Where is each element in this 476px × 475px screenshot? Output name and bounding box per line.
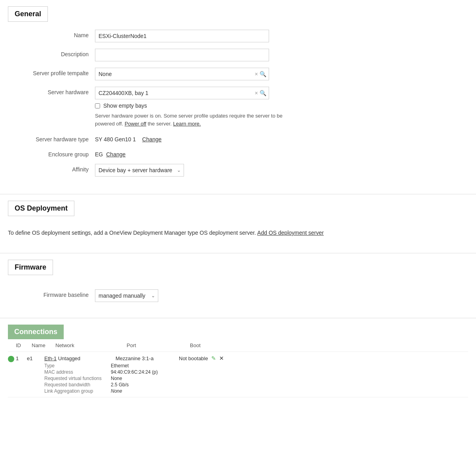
name-col-header: Name (32, 342, 55, 348)
server-hardware-type-content: SY 480 Gen10 1 Change (95, 134, 468, 142)
affinity-select[interactable]: Device bay + server hardware Device bay (95, 164, 184, 177)
affinity-content: Device bay + server hardware Device bay (95, 164, 468, 177)
name-input[interactable] (95, 30, 269, 42)
conn-network-link[interactable]: Eth-1 (44, 355, 57, 361)
server-hardware-search-icon[interactable]: 🔍 (260, 90, 266, 96)
server-hardware-type-change-link[interactable]: Change (142, 136, 161, 142)
description-content (95, 49, 468, 61)
add-os-deployment-link[interactable]: Add OS deployment server (257, 230, 324, 236)
firmware-baseline-content: managed manually firmware baseline 1 (95, 289, 468, 302)
connections-header: Connections (8, 325, 64, 339)
vf-label: Requested virtual functions (44, 376, 108, 381)
server-profile-template-clear-icon[interactable]: × (255, 71, 258, 77)
server-profile-template-label: Server profile tempalte (8, 68, 95, 76)
status-col-header (8, 342, 16, 348)
conn-network-tag-value: Untagged (58, 355, 80, 361)
server-profile-template-search-icon[interactable]: 🔍 (260, 71, 266, 77)
table-row: 1 e1 Eth-1 Untagged Mezzanine 3:1-a Not … (8, 352, 468, 397)
learn-more-link[interactable]: Learn more. (173, 121, 201, 127)
server-hardware-type-value-row: SY 480 Gen10 1 Change (95, 134, 468, 142)
os-deployment-text: To define OS deployment settings, add a … (0, 229, 476, 243)
os-deployment-section: OS Deployment To define OS deployment se… (0, 194, 476, 253)
server-hardware-field[interactable]: × 🔍 (95, 87, 269, 99)
server-hardware-row: Server hardware × 🔍 Show empty bays Serv… (0, 87, 476, 127)
connections-table: ID Name Network Port Boot 1 e1 Eth-1 Unt… (0, 339, 476, 397)
server-hardware-type-label: Server hardware type (8, 134, 95, 142)
connections-header-wrapper: Connections (0, 318, 476, 339)
server-hardware-type-row: Server hardware type SY 480 Gen10 1 Chan… (0, 134, 476, 142)
server-hardware-content: × 🔍 Show empty bays Server hardware powe… (95, 87, 468, 127)
server-profile-template-content: × 🔍 (95, 68, 468, 80)
conn-boot: Not bootable ✎ ✕ (179, 355, 224, 361)
show-empty-bays-label: Show empty bays (103, 103, 147, 109)
firmware-baseline-select-wrapper: managed manually firmware baseline 1 (95, 289, 158, 302)
enclosure-group-label: Enclosure group (8, 149, 95, 158)
firmware-header: Firmware (8, 260, 53, 275)
firmware-baseline-select[interactable]: managed manually firmware baseline 1 (95, 289, 158, 302)
general-title: General (15, 10, 41, 18)
vf-value: None (111, 376, 468, 381)
enclosure-group-value: EG (95, 151, 103, 158)
server-profile-template-row: Server profile tempalte × 🔍 (0, 68, 476, 80)
conn-port: Mezzanine 3:1-a (116, 355, 179, 361)
general-section: General Name Description Server profile … (0, 0, 476, 194)
type-label: Type (44, 363, 108, 369)
general-header: General (8, 6, 48, 22)
bw-value: 2.5 Gb/s (111, 382, 468, 388)
connections-section: Connections ID Name Network Port Boot 1 … (0, 318, 476, 397)
lag-label: Link Aggregation group (44, 388, 108, 394)
os-deployment-title: OS Deployment (15, 204, 68, 213)
connection-details: Type Ethernet MAC address 94:40:C9:6C:24… (16, 363, 468, 394)
id-col-header: ID (16, 342, 32, 348)
server-hardware-type-value: SY 480 Gen10 1 (95, 136, 136, 142)
network-col-header: Network (55, 342, 127, 348)
enclosure-group-row: Enclosure group EG Change (0, 149, 476, 158)
boot-col-header: Boot (190, 342, 253, 348)
name-label: Name (8, 30, 95, 38)
name-row: Name (0, 30, 476, 42)
server-hardware-input[interactable] (95, 87, 252, 99)
conn-name: e1 (27, 355, 44, 361)
connection-top: 1 e1 Eth-1 Untagged Mezzanine 3:1-a Not … (16, 355, 468, 361)
server-profile-template-input[interactable] (95, 68, 252, 80)
connections-title: Connections (14, 328, 57, 336)
lag-value: None (111, 388, 468, 394)
firmware-baseline-row: Firmware baseline managed manually firmw… (0, 289, 476, 302)
server-hardware-icons: × 🔍 (252, 90, 269, 96)
description-label: Description (8, 49, 95, 57)
connections-table-header: ID Name Network Port Boot (8, 339, 468, 352)
description-input[interactable] (95, 49, 269, 61)
server-hardware-clear-icon[interactable]: × (255, 90, 258, 96)
firmware-section: Firmware Firmware baseline managed manua… (0, 253, 476, 318)
server-profile-template-icons: × 🔍 (252, 71, 269, 77)
connection-main: 1 e1 Eth-1 Untagged Mezzanine 3:1-a Not … (16, 355, 468, 394)
power-off-link[interactable]: Power off (125, 121, 146, 127)
firmware-baseline-label: Firmware baseline (8, 289, 95, 298)
firmware-title: Firmware (15, 263, 46, 272)
bw-label: Requested bandwidth (44, 382, 108, 388)
enclosure-group-change-link[interactable]: Change (106, 151, 125, 158)
mac-value: 94:40:C9:6C:24:24 (p) (111, 369, 468, 375)
server-profile-template-field[interactable]: × 🔍 (95, 68, 269, 80)
conn-id: 1 (16, 355, 27, 361)
affinity-select-wrapper: Device bay + server hardware Device bay (95, 164, 184, 177)
conn-boot-value: Not bootable (179, 355, 208, 361)
conn-edit-icon[interactable]: ✎ (211, 355, 216, 361)
affinity-row: Affinity Device bay + server hardware De… (0, 164, 476, 177)
type-value: Ethernet (111, 363, 468, 369)
server-hardware-label: Server hardware (8, 87, 95, 95)
enclosure-group-value-row: EG Change (95, 149, 468, 158)
os-deployment-description: To define OS deployment settings, add a … (8, 230, 256, 236)
show-empty-bays-row: Show empty bays (95, 103, 468, 109)
conn-delete-icon[interactable]: ✕ (219, 355, 224, 361)
connection-status-indicator (8, 356, 14, 362)
port-col-header: Port (127, 342, 190, 348)
show-empty-bays-checkbox[interactable] (95, 103, 100, 108)
name-content (95, 30, 468, 42)
conn-network: Eth-1 Untagged (44, 355, 116, 361)
description-row: Description (0, 49, 476, 61)
affinity-label: Affinity (8, 164, 95, 173)
enclosure-group-content: EG Change (95, 149, 468, 158)
mac-label: MAC address (44, 369, 108, 375)
os-deployment-header: OS Deployment (8, 201, 74, 216)
